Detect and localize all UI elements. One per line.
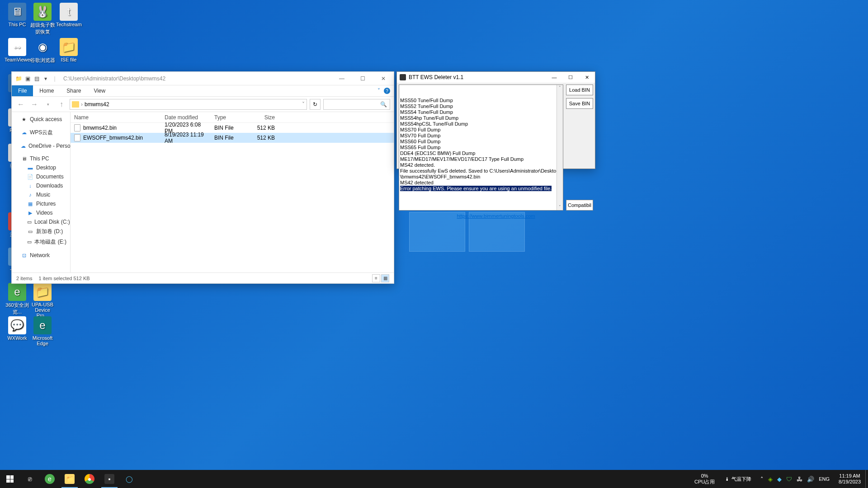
cpu-meter[interactable]: 0% CPU占用 [689,473,720,485]
nav-this-pc[interactable]: 🖥This PC [12,154,70,163]
breadcrumb-segment[interactable]: bmwms42 [85,101,109,108]
app-minimize-button[interactable]: — [546,72,562,83]
tray-app-icon[interactable]: ◆ [777,476,782,483]
desktop-icon-microsoft-edge[interactable]: eMicrosoft Edge [30,316,55,346]
ribbon-share-tab[interactable]: Share [60,86,87,96]
start-button[interactable] [0,470,20,488]
col-size[interactable]: Size [251,113,278,122]
nav-documents[interactable]: 📄Documents [12,172,70,181]
qat-dropdown-icon[interactable]: ▾ [42,75,50,83]
console-line: MSS54hpCSL Tune/Full Dump [400,121,562,127]
view-large-button[interactable]: ▦ [381,274,389,282]
explorer-titlebar[interactable]: 📁 ▣ ▤ ▾ | C:\Users\Administrator\Desktop… [12,72,394,85]
nav-back-button[interactable]: ← [15,99,26,110]
file-row[interactable]: EWSOFF_bmwms42.bin8/19/2023 11:19 AMBIN … [71,133,394,143]
desktop-icon-wxwork[interactable]: 💬WXWork [5,316,30,341]
file-row[interactable]: bmwms42.bin1/20/2023 6:08 PMBIN File512 … [71,123,394,133]
ribbon-view-tab[interactable]: View [87,86,112,96]
console-line: MSS65 Full Dump [400,145,562,150]
load-bin-button[interactable]: Load BIN [566,84,593,95]
breadcrumb-dropdown-icon[interactable]: ˅ [302,101,305,108]
show-desktop-button[interactable] [865,470,868,488]
music-icon: ♪ [27,192,33,198]
taskbar-app-icon[interactable]: ▪ [99,470,119,488]
nav-wps[interactable]: ☁WPS云盘 [12,127,70,138]
desktop-icon-超级兔子数-据恢复[interactable]: 🐰超级兔子数 据恢复 [30,3,55,35]
compatibil-button[interactable]: Compatibil [566,200,593,211]
refresh-button[interactable]: ↻ [310,99,321,110]
col-name[interactable]: Name [71,113,161,122]
tray-security-icon[interactable]: 🛡 [786,476,792,483]
maximize-button[interactable]: ☐ [352,72,373,85]
app-icon: 📁 [33,283,52,301]
nav-disk-e[interactable]: ▭本地磁盘 (E:) [12,237,70,247]
tray-overflow-icon[interactable]: ˄ [760,476,764,483]
task-view-button[interactable]: ⎚ [20,470,40,488]
nav-disk-d[interactable]: ▭新加卷 (D:) [12,226,70,237]
nav-recent-dropdown[interactable]: ▾ [42,99,53,110]
ribbon-file-tab[interactable]: File [12,85,33,96]
file-list-header[interactable]: Name Date modified Type Size [71,112,394,123]
desktop-icon-ise-file[interactable]: 📁ISE file [56,38,81,62]
cloud-icon: ☁ [21,143,26,149]
desktop-icon-teamviewer[interactable]: ↔TeamViewer [5,38,30,62]
col-type[interactable]: Type [211,113,251,122]
tray-nvidia-icon[interactable]: ◈ [768,476,773,483]
desktop-icon-360安全浏览...[interactable]: e360安全浏览... [5,283,30,315]
ribbon-home-tab[interactable]: Home [33,86,60,96]
nav-local-disk-c[interactable]: ▭Local Disk (C:) [12,217,70,226]
clock-time: 11:19 AM [839,473,861,479]
console-line: ME17/MED17/MEV17/MEVD17/EDC17 Type Full … [400,156,562,162]
tray-network-icon[interactable]: 🖧 [797,476,802,483]
taskbar-360-icon[interactable]: e [40,470,60,488]
save-bin-button[interactable]: Save BIN [566,98,593,109]
nav-forward-button[interactable]: → [29,99,40,110]
close-button[interactable]: ✕ [373,72,394,85]
pc-icon: 🖥 [21,155,27,162]
help-icon[interactable]: ? [384,88,390,94]
search-input[interactable]: 🔍 [323,99,390,110]
app-close-button[interactable]: ✕ [579,72,595,83]
app-icon: t [60,3,78,21]
scroll-down-icon[interactable]: ˅ [559,204,561,210]
app-titlebar[interactable]: BTT EWS Deleter v1.1 — ☐ ✕ [397,72,595,83]
console-output[interactable]: MSS50 Tune/Full DumpMSS52 Tune/Full Dump… [399,84,563,211]
system-tray[interactable]: ˄ ◈ ◆ 🛡 🖧 🔊 ENG [756,476,834,483]
qat-properties-icon[interactable]: ▣ [24,75,32,83]
weather-widget[interactable]: 🌡 气温下降 [720,476,756,483]
nav-network[interactable]: ⊡Network [12,251,70,260]
nav-music[interactable]: ♪Music [12,190,70,199]
console-line: File successfully EwS deleted. Saved to … [400,168,562,174]
ribbon-expand-icon[interactable]: ˅ [377,88,380,94]
desktop-icon-techstream[interactable]: tTechstream [56,3,81,27]
app-maximize-button[interactable]: ☐ [562,72,579,83]
tray-volume-icon[interactable]: 🔊 [807,476,814,483]
desktop-icon-this-pc[interactable]: 🖥This PC [5,3,30,27]
app-footer-link[interactable]: https://www.bimmertuningtools.com [457,213,535,219]
nav-up-button[interactable]: ↑ [56,99,67,110]
qat-newfolder-icon[interactable]: ▤ [33,75,41,83]
tray-language[interactable]: ENG [819,476,830,482]
desktop-icon-upa-usb-device-pro...[interactable]: 📁UPA-USB Device Pro... [30,283,55,318]
nav-videos[interactable]: ▶Videos [12,208,70,217]
desktop-icon-谷歌浏览器[interactable]: ◉谷歌浏览器 [30,38,55,64]
taskbar: ⎚ e 📁 ● ▪ ◯ 0% CPU占用 🌡 气温下降 ˄ ◈ ◆ 🛡 🖧 🔊 … [0,470,868,488]
scroll-up-icon[interactable]: ˄ [559,85,561,91]
nav-quick-access[interactable]: ★Quick access [12,115,70,124]
minimize-button[interactable]: — [331,72,352,85]
nav-downloads[interactable]: ↓Downloads [12,181,70,190]
nav-pictures[interactable]: ▦Pictures [12,199,70,208]
taskbar-chrome-icon[interactable]: ● [80,470,99,488]
breadcrumb[interactable]: › bmwms42 ˅ [70,99,307,110]
view-details-button[interactable]: ≡ [372,274,380,282]
taskbar-cortana-icon[interactable]: ◯ [119,470,139,488]
console-scrollbar[interactable]: ˄˅ [557,85,563,210]
pictures-icon: ▦ [27,201,33,207]
search-icon: 🔍 [380,101,387,108]
taskbar-clock[interactable]: 11:19 AM 8/19/2023 [834,473,865,485]
file-size: 512 KB [251,133,278,142]
nav-onedrive[interactable]: ☁OneDrive - Personal [12,141,70,150]
console-line: MSS54 Tune/Full Dump [400,109,562,115]
taskbar-explorer-icon[interactable]: 📁 [60,470,80,488]
nav-desktop[interactable]: ▬Desktop [12,163,70,172]
